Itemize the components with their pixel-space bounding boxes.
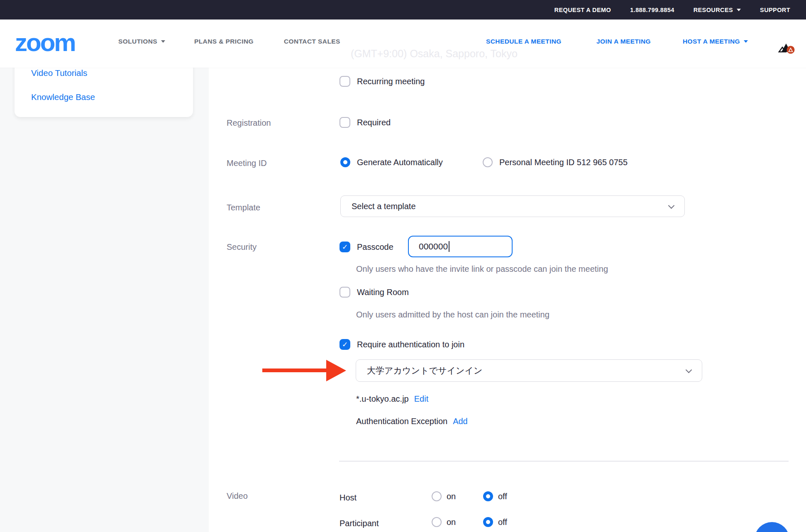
edit-link[interactable]: Edit: [414, 394, 428, 404]
help-chat-bubble[interactable]: [755, 522, 789, 532]
sidebar-link-knowledge-base[interactable]: Knowledge Base: [31, 92, 95, 102]
passcode-input[interactable]: 000000: [408, 236, 513, 257]
waiting-room-label: Waiting Room: [357, 288, 409, 297]
main-navbar: (GMT+9:00) Osaka, Sapporo, Tokyo zoom SO…: [0, 20, 806, 68]
require-auth-checkbox[interactable]: ✓: [339, 339, 350, 350]
auth-method-value: 大学アカウントでサインイン: [367, 365, 482, 376]
passcode-helper-text: Only users who have the invite link or p…: [356, 264, 608, 274]
passcode-checkbox[interactable]: ✓: [339, 242, 350, 252]
security-label: Security: [227, 242, 256, 252]
auth-domain-row: *.u-tokyo.ac.jp Edit: [356, 394, 428, 404]
passcode-row: ✓ Passcode: [339, 242, 393, 252]
resources-label: RESOURCES: [694, 7, 733, 13]
nav-schedule-label: SCHEDULE A MEETING: [486, 38, 562, 45]
section-divider: [339, 461, 789, 462]
waiting-room-row: Waiting Room: [339, 287, 409, 298]
meeting-id-personal-option: Personal Meeting ID 512 965 0755: [483, 157, 628, 167]
participant-off-option: off: [483, 517, 507, 527]
passcode-label: Passcode: [357, 242, 393, 252]
registration-required-label: Required: [357, 118, 391, 127]
checkmark-icon: ✓: [342, 244, 348, 251]
resources-menu[interactable]: RESOURCES: [694, 7, 741, 13]
generate-automatically-label: Generate Automatically: [357, 158, 443, 167]
caret-down-icon: [737, 9, 741, 11]
nav-contact-sales[interactable]: CONTACT SALES: [284, 38, 340, 45]
require-auth-label: Require authentication to join: [357, 340, 464, 349]
participant-on-label: on: [447, 517, 456, 527]
chevron-down-icon: [668, 202, 675, 209]
nav-contact-label: CONTACT SALES: [284, 38, 340, 45]
request-demo-link[interactable]: REQUEST A DEMO: [554, 7, 611, 13]
auth-exception-label: Authentication Exception: [356, 417, 447, 426]
red-arrow-icon: [326, 360, 346, 381]
phone-number[interactable]: 1.888.799.8854: [630, 7, 674, 13]
nav-solutions-label: SOLUTIONS: [118, 38, 157, 45]
chevron-down-icon: [686, 366, 692, 373]
page: Video Tutorials Knowledge Base Recurring…: [0, 0, 806, 532]
host-off-radio[interactable]: [483, 491, 493, 501]
require-auth-row: ✓ Require authentication to join: [339, 339, 464, 350]
personal-meeting-id-radio[interactable]: [483, 157, 493, 167]
meeting-id-generate-option: Generate Automatically: [340, 157, 443, 167]
video-label: Video: [227, 491, 248, 501]
nav-host-label: HOST A MEETING: [683, 38, 740, 45]
auth-domain-text: *.u-tokyo.ac.jp: [356, 394, 409, 404]
text-cursor: [449, 241, 449, 252]
nav-join-meeting[interactable]: JOIN A MEETING: [596, 38, 651, 45]
registration-required-row: Required: [339, 117, 391, 128]
video-participant-label: Participant: [339, 519, 379, 528]
red-arrow-shaft: [262, 368, 328, 372]
nav-host-meeting[interactable]: HOST A MEETING: [683, 38, 748, 45]
top-utility-bar: REQUEST A DEMO 1.888.799.8854 RESOURCES …: [0, 0, 806, 20]
nav-solutions[interactable]: SOLUTIONS: [118, 38, 165, 45]
video-host-label: Host: [339, 493, 357, 503]
generate-automatically-radio[interactable]: [340, 157, 350, 167]
participant-off-label: off: [498, 517, 507, 527]
add-link[interactable]: Add: [453, 417, 468, 426]
participant-on-radio[interactable]: [432, 517, 442, 527]
host-off-label: off: [498, 492, 507, 501]
sidebar-link-video-tutorials[interactable]: Video Tutorials: [31, 68, 87, 78]
template-select[interactable]: Select a template: [340, 195, 685, 217]
recurring-meeting-checkbox[interactable]: [339, 76, 350, 87]
recurring-meeting-label: Recurring meeting: [357, 77, 425, 86]
host-on-label: on: [447, 492, 456, 501]
host-on-option: on: [432, 491, 456, 501]
waiting-room-checkbox[interactable]: [339, 287, 350, 298]
ghost-timezone-text: (GMT+9:00) Osaka, Sapporo, Tokyo: [351, 48, 518, 60]
zoom-logo[interactable]: zoom: [15, 30, 75, 55]
personal-meeting-id-label: Personal Meeting ID 512 965 0755: [499, 158, 628, 167]
template-select-value: Select a template: [352, 202, 416, 211]
nav-plans-label: PLANS & PRICING: [194, 38, 254, 45]
user-avatar[interactable]: [777, 40, 795, 54]
passcode-value: 000000: [419, 242, 448, 251]
participant-on-option: on: [432, 517, 456, 527]
nav-join-label: JOIN A MEETING: [596, 38, 651, 45]
auth-method-select[interactable]: 大学アカウントでサインイン: [356, 359, 702, 382]
nav-schedule-meeting[interactable]: SCHEDULE A MEETING: [486, 38, 562, 45]
template-label: Template: [227, 203, 260, 212]
caret-down-icon: [161, 40, 165, 43]
waiting-room-helper-text: Only users admitted by the host can join…: [356, 310, 550, 320]
nav-plans-pricing[interactable]: PLANS & PRICING: [194, 38, 254, 45]
meeting-id-label: Meeting ID: [227, 159, 267, 168]
registration-required-checkbox[interactable]: [339, 117, 350, 128]
host-on-radio[interactable]: [432, 491, 442, 501]
caret-down-icon: [744, 40, 748, 43]
host-off-option: off: [483, 491, 507, 501]
checkmark-icon: ✓: [342, 341, 348, 348]
left-background-column: [0, 68, 209, 532]
auth-exception-row: Authentication Exception Add: [356, 417, 468, 426]
recurring-meeting-row: Recurring meeting: [339, 76, 425, 87]
support-link[interactable]: SUPPORT: [760, 7, 790, 13]
registration-label: Registration: [227, 118, 271, 128]
participant-off-radio[interactable]: [483, 517, 493, 527]
